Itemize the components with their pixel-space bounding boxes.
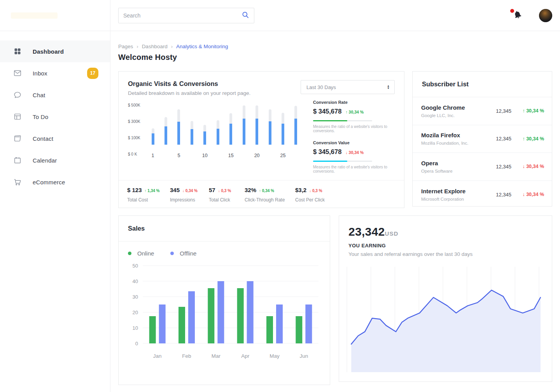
conversion-rate-progress [313,120,372,121]
sales-chart: 50403020100JanFebMarAprMayJun [124,260,320,373]
sales-card-title: Sales [128,225,320,232]
svg-text:Apr: Apr [241,353,250,359]
organic-stats-row: $ 123↑ 1,34 %Total Cost345↓ 0,34 %Impres… [119,180,404,203]
sidebar-item-dashboard[interactable]: Dashboard [0,40,110,62]
visits-bar [177,109,180,145]
stat-delta: ↑ 0,34 % [259,189,274,193]
conversion-rate-delta: ↑ 30,34 % [345,110,364,114]
search-box [118,8,254,23]
period-select-value: Last 30 Days [306,84,387,90]
subscriber-name: Internet Explore [421,188,466,194]
subscriber-info: Internet ExploreMicrosoft Corporation [421,188,466,201]
x-axis-label: 25 [282,153,285,158]
period-select[interactable]: Last 30 Days ▲▼ [301,80,395,94]
subscriber-company: Microsoft Corporation [421,197,466,201]
bar-slot [151,128,154,145]
search-input[interactable] [119,12,237,19]
bar-slot [294,106,298,145]
visits-bar [256,105,258,145]
svg-text:Feb: Feb [182,353,191,359]
sidebar-item-label: Dashboard [33,48,64,55]
notifications-button[interactable] [512,10,523,21]
subscriber-rows: Google ChromeGoogle LLC, Inc.12,345↑ 30,… [413,97,552,208]
stat-delta: ↓ 0,34 % [182,189,198,193]
organic-visits-chart: $ 500K$ 300K$ 100K$ 0 K1510152025 [128,100,299,158]
breadcrumb: Pages›Dashboard›Analytics & Monitoring [118,44,552,49]
visits-bar [269,109,271,145]
visits-bar [203,125,206,145]
breadcrumb-separator: › [136,44,138,49]
sidebar-item-ecommerce[interactable]: eCommerce [0,171,110,193]
subscriber-row-opera[interactable]: OperaOpera Software12,345↓ 30,34 % [413,153,552,181]
stat-click-through-rate: 32%↑ 0,34 %Click-Through Rate [245,187,295,203]
select-arrows-icon: ▲▼ [387,85,390,89]
breadcrumb-item-dashboard[interactable]: Dashboard [142,44,168,49]
subscriber-count: 12,345 [496,108,511,114]
subscriber-delta: ↑ 30,34 % [511,108,544,114]
sidebar-item-calendar[interactable]: Calendar [0,149,110,171]
x-axis-label [164,153,167,158]
bar-slot [256,105,259,145]
earning-currency: USD [385,230,399,237]
conversion-rate-block: Conversion Rate $ 345,678 ↑ 30,34 % Meas… [313,100,395,133]
user-avatar[interactable] [539,9,552,22]
bar-slot [282,113,285,145]
conversions-bar-fill [164,126,167,145]
bar-slot [229,113,233,145]
x-axis-label [216,153,219,158]
bar-slot [203,125,206,145]
breadcrumb-separator: › [171,44,173,49]
sidebar-item-chat[interactable]: Chat [0,84,110,106]
sales-legend: OnlineOffline [119,242,330,257]
sidebar-item-to-do[interactable]: To Do [0,106,110,128]
conversions-bar-fill [177,122,180,145]
x-axis-label [242,153,245,158]
breadcrumb-item-pages[interactable]: Pages [118,44,133,49]
stat-value: 57 [209,187,215,193]
stat-cost-per-click: $3,2↓ 0,3 %Cost Per Click [295,187,325,203]
subscriber-company: Google LLC, Inc. [421,113,465,118]
search-button[interactable] [237,8,254,23]
x-axis-label [190,153,193,158]
conversion-value-progress [313,161,372,162]
conversions-bar-fill [282,124,284,145]
breadcrumb-item-analytics-monitoring[interactable]: Analytics & Monitoring [176,44,228,49]
stat-label: Click-Through Rate [245,197,295,203]
subscriber-delta: ↓ 30,34 % [511,164,544,169]
stat-value: 32% [245,187,256,193]
subscriber-row-mozila-firefox[interactable]: Mozila FirefoxMozilla Foundation, Inc.12… [413,125,552,153]
cart-icon [13,178,22,186]
x-axis-label [294,153,298,158]
organic-x-labels: 1510152025 [151,153,298,158]
conversion-value-value: $ 345,678 [313,148,341,156]
earning-subtitle: Your sales and referral earnings over th… [348,251,542,257]
conversion-value-block: Conversion Value $ 345,678 ↓ 30,34 % Mea… [313,140,395,173]
visits-bar [217,120,219,145]
subscriber-list-title: Subscriber List [422,80,542,88]
bar-slot [190,121,193,145]
subscriber-count: 12,345 [496,136,511,142]
legend-dot-icon [170,252,174,255]
stat-label: Impressions [170,197,209,203]
conversions-bar-fill [243,119,245,145]
sidebar-item-label: Inbox [33,70,47,77]
x-axis-label: 5 [177,153,180,158]
sidebar-item-inbox[interactable]: Inbox17 [0,62,110,84]
subscriber-row-google-chrome[interactable]: Google ChromeGoogle LLC, Inc.12,345↑ 30,… [413,97,552,125]
conversion-value-delta: ↓ 30,34 % [345,150,364,155]
conversions-bar-fill [294,119,297,145]
sidebar-item-label: Chat [33,92,46,98]
sidebar-item-contact[interactable]: Contact [0,128,110,149]
y-axis-label: $ 100K [128,136,140,140]
subscriber-row-internet-explore[interactable]: Internet ExploreMicrosoft Corporation12,… [413,181,552,209]
conversions-bar-fill [269,121,271,145]
subscriber-list-card: Subscriber List Google ChromeGoogle LLC,… [412,71,552,206]
stat-label: Total Click [209,197,245,203]
sidebar-menu: DashboardInbox17ChatTo DoContactCalendar… [0,31,110,193]
topbar [110,0,560,31]
organic-bars [151,100,298,145]
svg-text:0: 0 [135,341,138,346]
sidebar-item-label: Calendar [33,157,57,164]
bar-slot [177,109,180,145]
grid-icon [13,47,22,56]
